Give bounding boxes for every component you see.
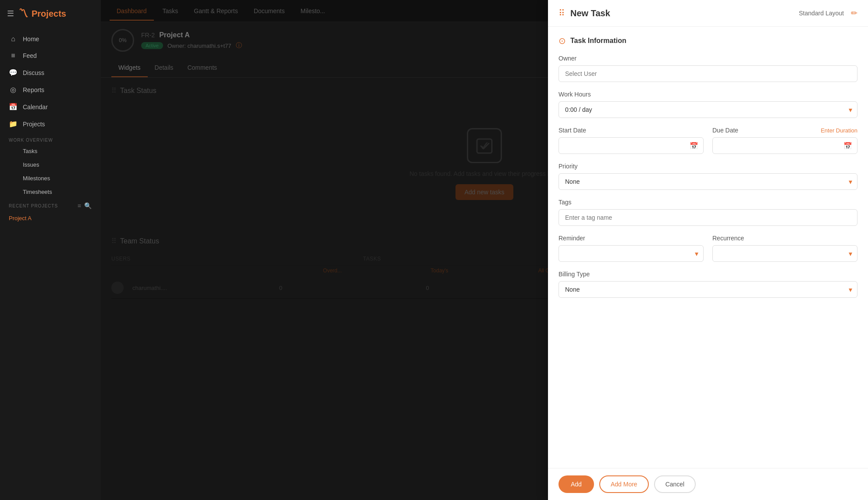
billing-type-label: Billing Type	[559, 271, 857, 278]
sidebar-label-timesheets: Timesheets	[23, 189, 52, 195]
add-more-button[interactable]: Add More	[599, 475, 649, 493]
work-overview-section-title: WORK OVERVIEW	[0, 132, 101, 144]
sidebar-item-tasks[interactable]: Tasks	[0, 144, 101, 158]
sidebar-label-calendar: Calendar	[23, 104, 48, 111]
sidebar: ☰ 〽 Projects ⌂ Home ≡ Feed 💬 Discuss ◎ R…	[0, 0, 101, 500]
logo-icon: 〽	[18, 8, 28, 19]
work-hours-select-wrapper: 0:00 / day ▾	[559, 101, 857, 118]
owner-field-group: Owner	[559, 55, 857, 82]
tags-field-group: Tags	[559, 199, 857, 226]
start-date-label: Start Date	[559, 127, 704, 134]
start-date-calendar-icon[interactable]: 📅	[690, 142, 698, 150]
reminder-group: Reminder ▾	[559, 235, 704, 262]
work-hours-label: Work Hours	[559, 91, 857, 98]
panel-header-right: Standard Layout ✏	[799, 8, 857, 18]
reminder-select-wrapper: ▾	[559, 245, 704, 262]
sidebar-label-feed: Feed	[23, 52, 37, 59]
reminder-recurrence-row: Reminder ▾ Recurrence ▾	[559, 235, 857, 271]
sidebar-label-reports: Reports	[23, 86, 44, 93]
edit-icon[interactable]: ✏	[851, 8, 857, 18]
billing-type-select-wrapper: None Billable Non-Billable ▾	[559, 281, 857, 298]
panel-header: ⠿ New Task Standard Layout ✏	[548, 0, 868, 27]
cancel-button[interactable]: Cancel	[654, 475, 696, 493]
sidebar-item-timesheets[interactable]: Timesheets	[0, 185, 101, 199]
recurrence-select[interactable]	[712, 245, 857, 262]
grid-icon: ⠿	[559, 8, 565, 18]
projects-icon: 📁	[9, 120, 18, 128]
due-date-calendar-icon[interactable]: 📅	[843, 142, 852, 150]
reports-icon: ◎	[9, 86, 18, 94]
tags-input[interactable]	[559, 209, 857, 226]
due-date-wrapper: 📅	[712, 137, 857, 154]
billing-type-select[interactable]: None Billable Non-Billable	[559, 281, 857, 298]
task-info-section-header: ⊙ Task Information	[559, 36, 857, 46]
tags-label: Tags	[559, 199, 857, 206]
recent-projects-search-icon[interactable]: 🔍	[84, 202, 92, 209]
app-logo: 〽 Projects	[18, 8, 66, 19]
priority-select[interactable]: None Low Medium High	[559, 173, 857, 190]
reminder-label: Reminder	[559, 235, 704, 242]
billing-type-field-group: Billing Type None Billable Non-Billable …	[559, 271, 857, 298]
priority-field-group: Priority None Low Medium High ▾	[559, 163, 857, 190]
sidebar-item-reports[interactable]: ◎ Reports	[0, 81, 101, 98]
priority-select-wrapper: None Low Medium High ▾	[559, 173, 857, 190]
priority-label: Priority	[559, 163, 857, 170]
owner-input[interactable]	[559, 65, 857, 82]
section-name: Task Information	[570, 37, 626, 45]
panel-body: ⊙ Task Information Owner Work Hours 0:00…	[548, 27, 868, 468]
sidebar-label-milestones: Milestones	[23, 175, 50, 182]
work-hours-select[interactable]: 0:00 / day	[559, 101, 857, 118]
recurrence-select-wrapper: ▾	[712, 245, 857, 262]
app-name: Projects	[32, 9, 66, 19]
sidebar-label-home: Home	[23, 36, 39, 43]
sidebar-label-issues: Issues	[23, 161, 39, 168]
due-date-group: Due Date Enter Duration 📅	[712, 127, 857, 154]
start-date-input[interactable]	[559, 137, 704, 154]
panel-title-area: ⠿ New Task	[559, 8, 610, 18]
start-date-group: Start Date 📅	[559, 127, 704, 154]
sidebar-item-discuss[interactable]: 💬 Discuss	[0, 64, 101, 81]
hamburger-icon[interactable]: ☰	[7, 9, 14, 18]
new-task-panel: ⠿ New Task Standard Layout ✏ ⊙ Task Info…	[548, 0, 868, 500]
sidebar-label-projects: Projects	[23, 121, 45, 128]
sidebar-item-home[interactable]: ⌂ Home	[0, 31, 101, 47]
home-icon: ⌂	[9, 35, 18, 43]
sidebar-item-issues[interactable]: Issues	[0, 158, 101, 171]
owner-label: Owner	[559, 55, 857, 62]
sidebar-item-calendar[interactable]: 📅 Calendar	[0, 98, 101, 115]
recent-projects-label: RECENT PROJECTS	[9, 204, 58, 208]
sidebar-item-feed[interactable]: ≡ Feed	[0, 47, 101, 64]
sidebar-label-discuss: Discuss	[23, 69, 44, 76]
reminder-select[interactable]	[559, 245, 704, 262]
sidebar-header: ☰ 〽 Projects	[0, 0, 101, 27]
sidebar-navigation: ⌂ Home ≡ Feed 💬 Discuss ◎ Reports 📅 Cale…	[0, 27, 101, 500]
enter-duration-link[interactable]: Enter Duration	[821, 127, 857, 134]
sidebar-label-tasks: Tasks	[23, 148, 37, 154]
recent-projects-header: RECENT PROJECTS ≡ 🔍	[0, 199, 101, 211]
date-fields-row: Start Date 📅 Due Date Enter Duration 📅	[559, 127, 857, 163]
recent-projects-list-icon[interactable]: ≡	[78, 202, 82, 209]
sidebar-item-projects[interactable]: 📁 Projects	[0, 115, 101, 132]
recent-project-label: Project A	[9, 215, 32, 221]
collapse-icon[interactable]: ⊙	[559, 36, 566, 46]
due-date-input[interactable]	[712, 137, 857, 154]
layout-label: Standard Layout	[799, 10, 844, 17]
recurrence-group: Recurrence ▾	[712, 235, 857, 262]
due-date-label-row: Due Date Enter Duration	[712, 127, 857, 134]
feed-icon: ≡	[9, 52, 18, 60]
due-date-label: Due Date	[712, 127, 738, 134]
calendar-icon: 📅	[9, 103, 18, 111]
add-button[interactable]: Add	[559, 475, 594, 493]
panel-footer: Add Add More Cancel	[548, 468, 868, 500]
work-hours-field-group: Work Hours 0:00 / day ▾	[559, 91, 857, 118]
sidebar-item-milestones[interactable]: Milestones	[0, 171, 101, 185]
recent-project-a[interactable]: Project A	[0, 211, 101, 225]
recurrence-label: Recurrence	[712, 235, 857, 242]
main-content: Dashboard Tasks Gantt & Reports Document…	[101, 0, 868, 500]
panel-title: New Task	[570, 8, 610, 18]
discuss-icon: 💬	[9, 68, 18, 77]
start-date-wrapper: 📅	[559, 137, 704, 154]
